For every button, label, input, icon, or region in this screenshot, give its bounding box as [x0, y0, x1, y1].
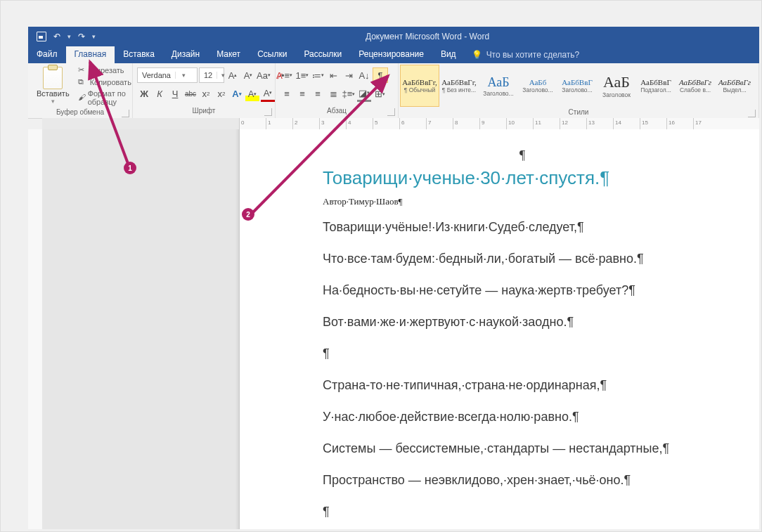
text-line[interactable]: У·нас·любое·действие·всегда·нолю·равно.¶ [323, 410, 759, 424]
cut-button[interactable]: ✂Вырезать [77, 65, 133, 76]
dialog-launcher-icon[interactable] [264, 108, 272, 116]
tab-ссылки[interactable]: Ссылки [249, 46, 295, 63]
text-line[interactable]: Товарищи·учёные!·Из·книги·Судеб·следует,… [323, 220, 759, 235]
leading-pilcrow: ¶ [280, 148, 759, 163]
quick-access-toolbar: ↶ ▾ ↷ ▾ [28, 32, 96, 41]
tab-рассылки[interactable]: Рассылки [295, 46, 350, 63]
tab-файл[interactable]: Файл [28, 46, 66, 63]
format-painter-button[interactable]: 🖌Формат по образцу [77, 89, 133, 107]
style-Заголовок[interactable]: АаБЗаголовок [597, 65, 636, 107]
undo-icon[interactable]: ↶ [52, 32, 62, 41]
title-bar: ↶ ▾ ↷ ▾ Документ Microsoft Word - Word [28, 27, 759, 46]
font-size-select[interactable]: 12▾ [199, 67, 224, 83]
horizontal-ruler[interactable] [42, 118, 759, 130]
ribbon-tabs: ФайлГлавнаяВставкаДизайнМакетСсылкиРассы… [28, 46, 759, 63]
annotation-1: 1 [124, 162, 136, 174]
vertical-ruler[interactable] [28, 129, 43, 529]
group-label: Абзац [327, 107, 347, 115]
strike-button[interactable]: abc [183, 87, 198, 101]
group-label: Стили [569, 108, 589, 116]
align-right-button[interactable]: ≡ [311, 87, 325, 101]
redo-icon[interactable]: ↷ [77, 32, 86, 41]
copy-icon: ⧉ [78, 77, 88, 87]
dialog-launcher-icon[interactable] [387, 108, 395, 116]
decrease-indent-button[interactable]: ⇤ [326, 68, 340, 82]
text-line[interactable]: Вот·вами·же·и·жертвуют·с·наукой·заодно.¶ [323, 315, 759, 330]
style-Слабое в...[interactable]: АаБбВвГгСлабое в... [676, 65, 715, 107]
group-clipboard: Вставить ▾ ✂Вырезать ⧉Копировать 🖌Формат… [28, 63, 133, 118]
font-name-select[interactable]: Verdana▾ [137, 67, 198, 83]
dialog-launcher-icon[interactable] [748, 110, 756, 117]
ribbon: Вставить ▾ ✂Вырезать ⧉Копировать 🖌Формат… [28, 63, 759, 119]
document-title[interactable]: Товарищи·ученые·30·лет·спустя.¶ [323, 167, 759, 189]
text-line[interactable]: ¶ [323, 505, 759, 519]
text-line[interactable]: Системы — бессистемные,·стандарты — нест… [323, 441, 759, 456]
dialog-launcher-icon[interactable] [122, 110, 129, 117]
tab-вид[interactable]: Вид [432, 46, 465, 63]
tab-вставка[interactable]: Вставка [115, 46, 163, 63]
line-spacing-button[interactable]: ‡≡▾ [342, 87, 356, 101]
show-pilcrow-button[interactable]: ¶ [373, 67, 388, 83]
lightbulb-icon: 💡 [472, 50, 482, 60]
window-title: Документ Microsoft Word - Word [96, 32, 759, 41]
increase-indent-button[interactable]: ⇥ [342, 68, 356, 82]
text-line[interactable]: На·бедность·вы·не·сетуйте — наука·жертв·… [323, 283, 759, 298]
text-line[interactable]: ¶ [323, 346, 759, 361]
borders-button[interactable]: ⊞▾ [373, 87, 387, 101]
scissors-icon: ✂ [78, 65, 88, 75]
tab-главная[interactable]: Главная [66, 46, 115, 63]
style-¶ Обычный[interactable]: АаБбВвГг,¶ Обычный [400, 65, 439, 107]
subscript-button[interactable]: x2 [199, 87, 213, 101]
style-Заголово...[interactable]: АаБбЗаголово... [518, 65, 557, 107]
change-case-button[interactable]: Aa▾ [257, 68, 271, 82]
tell-me-search[interactable]: 💡Что вы хотите сделать? [465, 46, 580, 63]
underline-button[interactable]: Ч [168, 87, 182, 101]
save-icon[interactable] [37, 32, 46, 41]
app-window: ↶ ▾ ↷ ▾ Документ Microsoft Word - Word Ф… [0, 0, 762, 532]
italic-button[interactable]: К [153, 87, 167, 101]
align-center-button[interactable]: ≡ [295, 87, 309, 101]
text-line[interactable]: Что·все·там·будем:·бедный·ли,·богатый — … [323, 252, 759, 266]
style-¶ Без инте...[interactable]: АаБбВвГг,¶ Без инте... [439, 65, 479, 107]
group-paragraph: •≡▾ 1≡▾ ≔▾ ⇤ ⇥ A↓ ¶ ≡ ≡ ≡ ≣ ‡≡▾ ◪▾ ⊞▾ [276, 63, 399, 118]
group-styles: АаБбВвГг,¶ ОбычныйАаБбВвГг,¶ Без инте...… [399, 63, 759, 118]
font-color-button[interactable]: A▾ [261, 86, 275, 102]
group-font: Verdana▾ 12▾ A▴ A▾ Aa▾ A̷ Ж К Ч abc x2 x… [133, 63, 276, 118]
document-area[interactable]: ¶ Товарищи·ученые·30·лет·спустя.¶ Автор·… [42, 129, 759, 529]
shrink-font-button[interactable]: A▾ [241, 68, 255, 82]
numbering-button[interactable]: 1≡▾ [295, 68, 309, 82]
group-label: Шрифт [193, 107, 216, 115]
align-left-button[interactable]: ≡ [280, 87, 294, 101]
brush-icon: 🖌 [78, 93, 86, 103]
bold-button[interactable]: Ж [137, 87, 151, 101]
sort-button[interactable]: A↓ [357, 68, 371, 82]
qat-customize-icon[interactable]: ▾ [92, 33, 96, 40]
group-label: Буфер обмена [56, 108, 104, 116]
superscript-button[interactable]: x2 [214, 87, 228, 101]
highlight-button[interactable]: A▾ [245, 87, 259, 101]
paste-label: Вставить [37, 89, 70, 98]
text-effects-button[interactable]: A▾ [230, 87, 244, 101]
style-Выдел...[interactable]: АаБбВвГгВыдел... [715, 65, 754, 107]
page[interactable]: ¶ Товарищи·ученые·30·лет·спустя.¶ Автор·… [239, 129, 759, 529]
tab-макет[interactable]: Макет [208, 46, 249, 63]
justify-button[interactable]: ≣ [326, 87, 340, 101]
style-Заголово...[interactable]: АаБбВвГЗаголово... [557, 65, 597, 107]
document-author[interactable]: Автор·Тимур·Шаов¶ [323, 196, 759, 207]
tab-рецензирование[interactable]: Рецензирование [350, 46, 432, 63]
bullets-button[interactable]: •≡▾ [280, 68, 294, 82]
text-line[interactable]: Пространство — неэвклидово,·хрен·знает,·… [323, 473, 759, 488]
grow-font-button[interactable]: A▴ [226, 68, 240, 82]
clipboard-icon [43, 67, 63, 89]
multilevel-button[interactable]: ≔▾ [311, 68, 325, 82]
shading-button[interactable]: ◪▾ [357, 86, 371, 102]
annotation-2: 2 [242, 208, 254, 221]
style-Подзагол...[interactable]: АаБбВвГПодзагол... [636, 65, 676, 107]
undo-more-icon[interactable]: ▾ [67, 33, 71, 40]
paste-button[interactable]: Вставить ▾ [32, 65, 74, 106]
style-Заголово...[interactable]: АаБЗаголово... [479, 65, 518, 107]
copy-button[interactable]: ⧉Копировать [77, 77, 133, 88]
text-line[interactable]: Страна-то·не·типичная,·страна·не·ординар… [323, 378, 759, 393]
tab-дизайн[interactable]: Дизайн [163, 46, 208, 63]
